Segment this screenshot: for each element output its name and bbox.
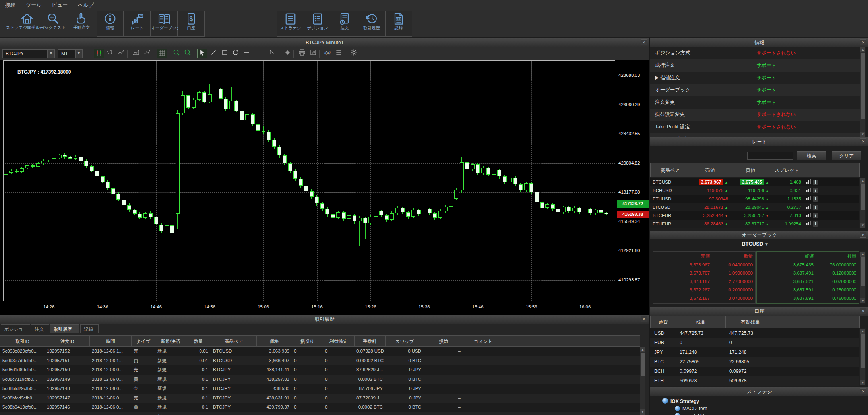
table-row[interactable]: 5c093e829cfb0...1029571522018-12-06 1...… — [0, 347, 640, 356]
table-row[interactable]: 5c08b9419cfb0...1029571462018-12-06 0...… — [0, 403, 640, 412]
table-row[interactable]: 5c08bfd29cfb0...1029571482018-12-06 0...… — [0, 384, 640, 394]
close-icon[interactable]: × — [641, 39, 647, 45]
orderbook-symbol-select[interactable]: BTCUSD ▼ — [650, 241, 860, 247]
account-row[interactable]: ETH509.678509.678 — [650, 376, 859, 386]
tab-ポジション[interactable]: ポジション — [1, 324, 30, 333]
column-header-9[interactable]: 利益確定 — [323, 335, 355, 347]
chart-mini-icon[interactable] — [806, 220, 812, 228]
column-header-6[interactable]: 商品ペア — [211, 335, 257, 347]
scroll-thumb[interactable] — [861, 257, 865, 286]
crosshair-icon[interactable] — [282, 49, 293, 58]
account-row[interactable]: USD447,725.73447,725.73 — [650, 328, 859, 338]
column-header-13[interactable]: コメント — [463, 335, 503, 347]
rates-column-header-3[interactable]: スプレット — [771, 163, 803, 177]
rates-row[interactable]: BTCUSD3,673.967 ▲3,675.435 ▲1.468 i — [650, 178, 859, 186]
scroll-down-arrow[interactable]: ▼ — [860, 298, 865, 303]
column-header-12[interactable]: 損益 — [424, 335, 463, 347]
column-header-0[interactable]: 取引ID — [0, 335, 45, 347]
toolbar-button-3[interactable]: 情報 — [97, 11, 124, 37]
chart-mini-icon[interactable] — [806, 178, 812, 186]
chart-mini-icon[interactable] — [806, 211, 812, 220]
column-header-8[interactable]: 損切り — [292, 335, 323, 347]
column-header-11[interactable]: スワップ — [385, 335, 424, 347]
export-icon[interactable] — [308, 49, 318, 58]
panel-scrollbar[interactable]: ▲▼ — [860, 178, 866, 228]
close-icon[interactable]: × — [641, 316, 647, 322]
ellipse-icon[interactable] — [231, 49, 241, 58]
scroll-thumb[interactable] — [861, 184, 865, 210]
account-column-header-3[interactable] — [775, 316, 860, 328]
tab-取引履歴[interactable]: 取引履歴 — [50, 324, 79, 333]
info-mini-icon[interactable]: i — [813, 196, 818, 202]
rates-row[interactable]: BTCEUR3,252.444 ▼3,259.757 ▼7.313 i — [650, 211, 859, 220]
scroll-up-arrow[interactable]: ▲ — [860, 178, 865, 184]
account-column-header-1[interactable]: 残高 — [676, 316, 726, 328]
scroll-up-arrow[interactable]: ▲ — [860, 47, 865, 52]
scroll-thumb[interactable] — [861, 334, 865, 368]
tab-記録[interactable]: 記録 — [80, 324, 99, 333]
print-icon[interactable] — [297, 49, 307, 58]
history-scrollbar[interactable]: ▲▼ — [640, 347, 645, 415]
ohlc-bars-icon[interactable] — [105, 49, 115, 58]
info-mini-icon[interactable]: i — [813, 188, 818, 193]
search-input[interactable] — [747, 152, 793, 160]
rates-row[interactable]: ETHUSD97.3094898.44298 ▲1.1335 i — [650, 195, 859, 203]
toolbar-button-8[interactable]: ポジション — [304, 11, 331, 37]
account-column-header-0[interactable]: 通貨 — [650, 316, 676, 328]
rates-row[interactable]: LTCUSD28.01671 ▲28.29041 ▲0.2737 i — [650, 203, 859, 211]
search-button[interactable]: 検索 — [797, 151, 826, 160]
strategy-tree-item[interactable]: sampleMA — [675, 413, 705, 415]
account-row[interactable]: BCH0.099720.09972 — [650, 367, 859, 376]
toolbar-button-10[interactable]: 取引履歴 — [358, 11, 385, 37]
toolbar-button-6[interactable]: $口座 — [178, 11, 205, 37]
rates-column-header-4[interactable] — [803, 163, 831, 177]
chart-canvas[interactable]: 428688.03426060.29423432.55420804.824181… — [0, 60, 649, 301]
rates-row[interactable]: BCHUSD119.075 ▲119.706 ▲0.631 i — [650, 186, 859, 195]
column-header-14[interactable] — [503, 335, 640, 347]
indicator-list-icon[interactable] — [334, 49, 344, 58]
strategy-tree-root[interactable]: IOX Strategy — [662, 398, 699, 404]
symbol-select[interactable]: BTCJPY▼ — [2, 49, 55, 58]
toolbar-button-11[interactable]: LOG記録 — [385, 11, 412, 37]
panel-scrollbar[interactable]: ▲▼ — [860, 251, 866, 304]
pointer-icon[interactable] — [197, 49, 207, 58]
scroll-thumb[interactable] — [861, 53, 865, 119]
settings-gear-icon[interactable] — [349, 49, 359, 58]
hline-icon[interactable] — [242, 49, 252, 58]
rates-column-header-0[interactable]: 商品ペア — [650, 163, 690, 177]
table-row[interactable]: 5c08b93f9cfb0...1029571452018-12-06 0...… — [0, 412, 640, 415]
chart-mini-icon[interactable] — [806, 195, 812, 203]
rates-column-header-1[interactable]: 売値 — [690, 163, 730, 177]
trendline-icon[interactable] — [208, 49, 219, 58]
scroll-up-arrow[interactable]: ▲ — [640, 347, 645, 352]
rates-column-header-2[interactable]: 買値 — [730, 163, 771, 177]
strategy-tree-item[interactable]: MACD_test — [675, 406, 707, 411]
info-mini-icon[interactable]: i — [813, 221, 818, 227]
fx-icon[interactable]: f(x) — [323, 49, 333, 58]
table-row[interactable]: 5c093e7d9cfb0...1029571512018-12-06 1...… — [0, 356, 640, 366]
toolbar-button-5[interactable]: オーダーブック — [151, 11, 178, 37]
account-row[interactable]: EUR00 — [650, 338, 859, 347]
chart-mini-icon[interactable] — [806, 186, 812, 195]
fibo-icon[interactable] — [267, 49, 278, 58]
candlestick-icon[interactable] — [94, 49, 104, 58]
toolbar-button-4[interactable]: レート — [124, 11, 151, 37]
column-header-3[interactable]: タイプ — [131, 335, 155, 347]
table-row[interactable]: 5c08d1d89cfb0...1029571502018-12-06 0...… — [0, 365, 640, 375]
close-icon[interactable]: × — [860, 138, 866, 144]
scroll-down-arrow[interactable]: ▼ — [640, 409, 645, 415]
menu-item-2[interactable]: ビュー — [47, 0, 73, 9]
account-row[interactable]: BTC22.7580522.66805 — [650, 357, 859, 367]
rates-row[interactable]: ETHEUR86.28463 ▲87.37717 ▲1.09254 i — [650, 220, 859, 228]
menu-item-0[interactable]: 接続 — [0, 0, 21, 9]
timeframe-select[interactable]: M1▼ — [58, 49, 83, 58]
area-chart-icon[interactable] — [131, 49, 141, 58]
grid-icon[interactable] — [157, 49, 167, 58]
line-chart-icon[interactable] — [116, 49, 126, 58]
scroll-up-arrow[interactable]: ▲ — [860, 329, 865, 334]
rectangle-icon[interactable] — [219, 49, 230, 58]
toolbar-button-7[interactable]: ストラテジ — [277, 11, 304, 37]
scroll-up-arrow[interactable]: ▲ — [860, 252, 865, 257]
scroll-down-arrow[interactable]: ▼ — [860, 380, 865, 385]
info-mini-icon[interactable]: i — [813, 213, 818, 218]
